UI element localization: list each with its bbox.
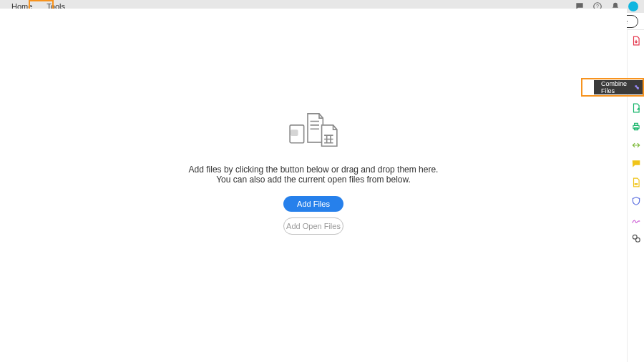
help-text-1: Add files by clicking the button below o… (189, 165, 439, 175)
redact-icon[interactable] (631, 233, 641, 243)
svg-rect-14 (291, 130, 298, 135)
add-open-files-button[interactable]: Add Open Files (283, 217, 343, 235)
combine-tooltip-label: Combine Files (601, 80, 630, 94)
compress-icon[interactable] (631, 140, 641, 150)
combine-icon (634, 83, 640, 92)
comment-icon[interactable] (631, 159, 641, 169)
svg-point-19 (635, 238, 640, 242)
right-toolrail: Combine Files (627, 30, 644, 362)
documents-hero-icon (285, 109, 342, 152)
combine-files-tool[interactable]: Combine Files (594, 80, 644, 94)
create-pdf-icon[interactable] (631, 103, 641, 113)
print-icon[interactable] (631, 122, 641, 132)
avatar[interactable] (628, 1, 638, 11)
organize-icon[interactable] (631, 177, 641, 187)
drop-zone[interactable]: Add files by clicking the button below o… (0, 9, 627, 341)
svg-rect-16 (634, 123, 638, 125)
sign-icon[interactable] (631, 215, 641, 225)
add-files-primary-button[interactable]: Add Files (283, 196, 343, 212)
protect-icon[interactable] (631, 196, 641, 206)
export-pdf-icon[interactable] (631, 36, 641, 46)
help-text-2: You can also add the current open files … (216, 175, 411, 185)
